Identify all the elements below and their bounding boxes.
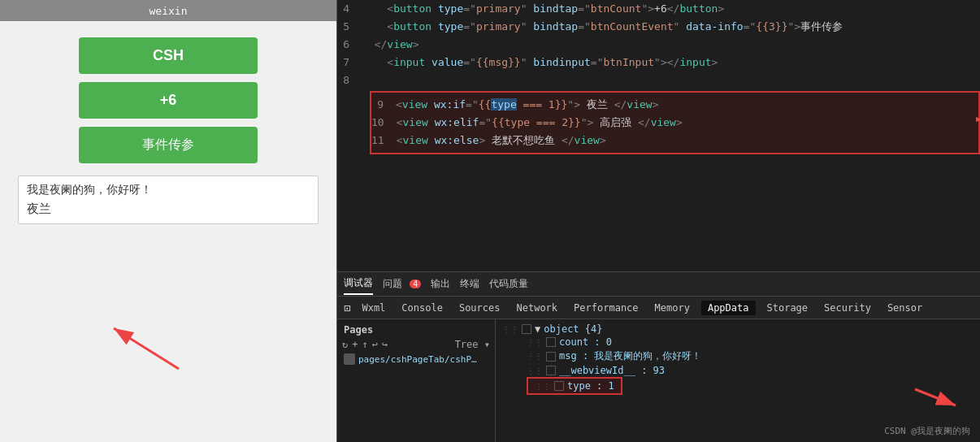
toolbar-wxml[interactable]: Wxml: [357, 301, 390, 315]
toolbar-sensor[interactable]: Sensor: [882, 301, 927, 315]
line-num-6: 6: [337, 36, 362, 54]
tree-type-highlight: ⋮⋮ type : 1: [527, 377, 622, 395]
left-panel: weixin CSH +6 事件传参 我是夜阑的狗，你好呀！ 夜兰: [0, 0, 337, 442]
toolbar-storage[interactable]: Storage: [762, 301, 813, 315]
line-num-10: 10: [371, 114, 397, 132]
tree-webviewid-key: __webviewId__ : 93: [559, 365, 665, 376]
issues-badge: 4: [410, 280, 421, 288]
tree-square-1[interactable]: [522, 324, 531, 334]
bottom-arrow-icon: [911, 381, 976, 414]
redo-icon[interactable]: ↪: [382, 339, 388, 350]
tab-output[interactable]: 输出: [431, 274, 450, 294]
csh-button[interactable]: CSH: [79, 37, 258, 74]
line-content-9: <view wx:if="{{type === 1}}"> 夜兰 </view>: [396, 96, 972, 114]
svg-line-5: [915, 389, 956, 405]
watermark: CSDN @我是夜阑的狗: [884, 425, 970, 437]
toolbar-appdata[interactable]: AppData: [701, 301, 756, 315]
event-button[interactable]: 事件传参: [79, 127, 258, 163]
line-num-4: 4: [337, 0, 362, 18]
phone-content: CSH +6 事件传参 我是夜阑的狗，你好呀！ 夜兰: [0, 21, 336, 442]
svg-line-1: [114, 328, 179, 369]
up-icon[interactable]: ↑: [362, 339, 367, 350]
tab-issues[interactable]: 问题 4: [383, 274, 421, 294]
tab-codequality[interactable]: 代码质量: [489, 274, 528, 294]
devtools-panel: 调试器 问题 4 输出 终端 代码质量 ⊡ Wxml Console Sourc…: [337, 271, 980, 442]
tree-msg: ⋮⋮ msg : 我是夜阑的狗，你好呀！: [502, 349, 973, 364]
line-num-5: 5: [337, 18, 362, 36]
line-content-7: <input value="{{msg}}" bindinput="btnInp…: [362, 54, 980, 72]
tree-toggle[interactable]: Tree ▾: [455, 339, 490, 350]
tree-square-4[interactable]: [546, 366, 556, 375]
tree-dots-1: ⋮⋮: [502, 325, 518, 334]
toolbar-network[interactable]: Network: [512, 301, 563, 315]
code-line-4: 4 <button type="primary" bindtap="btnCou…: [337, 0, 980, 18]
tree-dots-3: ⋮⋮: [527, 352, 543, 361]
line-content-4: <button type="primary" bindtap="btnCount…: [362, 0, 980, 18]
tree-square-2[interactable]: [546, 337, 556, 347]
line-num-7: 7: [337, 54, 362, 72]
tree-count: ⋮⋮ count : 0: [502, 336, 973, 349]
tab-debugger[interactable]: 调试器: [344, 273, 373, 295]
code-area: 4 <button type="primary" bindtap="btnCou…: [337, 0, 980, 271]
right-arrow-icon: [976, 107, 980, 132]
code-line-11: 11 <view wx:else> 老默不想吃鱼 </view>: [371, 132, 972, 150]
input-sub-text: 夜兰: [27, 202, 310, 217]
cursor-icon[interactable]: ⊡: [344, 301, 350, 314]
code-line-10: 10 <view wx:elif="{{type === 2}}"> 高启强 <…: [371, 114, 972, 132]
pages-panel: Pages ↻ + ↑ ↩ ↪ Tree ▾ pages/cshPageTab/…: [337, 319, 496, 442]
undo-icon[interactable]: ↩: [372, 339, 378, 350]
tree-square-5[interactable]: [554, 381, 564, 391]
line-content-5: <button type="primary" bindtap="btnCount…: [362, 18, 980, 36]
tree-triangle-1[interactable]: ▼: [535, 323, 540, 335]
refresh-icon[interactable]: ↻: [342, 339, 348, 350]
tree-dots-2: ⋮⋮: [527, 338, 543, 347]
tree-count-key: count : 0: [559, 336, 612, 348]
input-display: 我是夜阑的狗，你好呀！ 夜兰: [18, 176, 319, 224]
tree-webviewid: ⋮⋮ __webviewId__ : 93: [502, 364, 973, 377]
tree-root: ⋮⋮ ▼ object {4}: [502, 323, 973, 336]
toolbar-sources[interactable]: Sources: [454, 301, 505, 315]
page-icon: [344, 353, 355, 365]
line-content-11: <view wx:else> 老默不想吃鱼 </view>: [397, 132, 972, 150]
code-line-5: 5 <button type="primary" bindtap="btnCou…: [337, 18, 980, 36]
line-content-6: </view>: [362, 36, 980, 54]
toolbar-console[interactable]: Console: [397, 301, 448, 315]
highlighted-block: 9 <view wx:if="{{type === 1}}"> 夜兰 </vie…: [337, 91, 980, 154]
line-num-11: 11: [371, 132, 397, 150]
code-line-7: 7 <input value="{{msg}}" bindinput="btnI…: [337, 54, 980, 72]
header-title: weixin: [150, 5, 188, 17]
devtools-tab-row: 调试器 问题 4 输出 终端 代码质量: [337, 272, 980, 297]
add-icon[interactable]: +: [352, 339, 358, 350]
code-line-9: 9 <view wx:if="{{type === 1}}"> 夜兰 </vie…: [371, 96, 972, 114]
plus6-button[interactable]: +6: [79, 82, 258, 119]
tree-msg-key: msg : 我是夜阑的狗，你好呀！: [559, 349, 701, 363]
tab-terminal[interactable]: 终端: [460, 274, 479, 294]
tree-type-key: type : 1: [567, 380, 614, 392]
code-line-6: 6 </view>: [337, 36, 980, 54]
code-lines: 4 <button type="primary" bindtap="btnCou…: [337, 0, 980, 154]
line-num-8: 8: [337, 72, 362, 89]
toolbar-memory[interactable]: Memory: [650, 301, 695, 315]
pages-item[interactable]: pages/cshPageTab/cshPageTab: [337, 352, 495, 366]
page-path: pages/cshPageTab/cshPageTab: [358, 354, 480, 365]
phone-header: weixin: [0, 0, 336, 21]
devtools-content: Pages ↻ + ↑ ↩ ↪ Tree ▾ pages/cshPageTab/…: [337, 319, 980, 442]
pages-toolbar: ↻ + ↑ ↩ ↪ Tree ▾: [337, 337, 495, 352]
tree-type-row: ⋮⋮ type : 1: [502, 377, 973, 395]
line-content-10: <view wx:elif="{{type === 2}}"> 高启强 </vi…: [397, 114, 972, 132]
highlight-border: 9 <view wx:if="{{type === 1}}"> 夜兰 </vie…: [370, 91, 980, 154]
tree-square-3[interactable]: [546, 352, 556, 362]
line-num-9: 9: [371, 96, 396, 114]
tree-dots-5: ⋮⋮: [535, 382, 551, 391]
tree-object-label: object {4}: [544, 323, 602, 335]
devtools-toolbar: ⊡ Wxml Console Sources Network Performan…: [337, 297, 980, 319]
left-arrow-indicator: [98, 320, 203, 377]
right-panel: 4 <button type="primary" bindtap="btnCou…: [337, 0, 980, 442]
input-main-text: 我是夜阑的狗，你好呀！: [27, 183, 310, 197]
data-tree: ⋮⋮ ▼ object {4} ⋮⋮ count : 0 ⋮⋮ msg : 我是…: [496, 319, 980, 442]
toolbar-performance[interactable]: Performance: [569, 301, 643, 315]
toolbar-security[interactable]: Security: [819, 301, 876, 315]
tree-dots-4: ⋮⋮: [527, 366, 543, 375]
code-line-8: 8: [337, 72, 980, 89]
pages-header: Pages: [337, 323, 495, 337]
